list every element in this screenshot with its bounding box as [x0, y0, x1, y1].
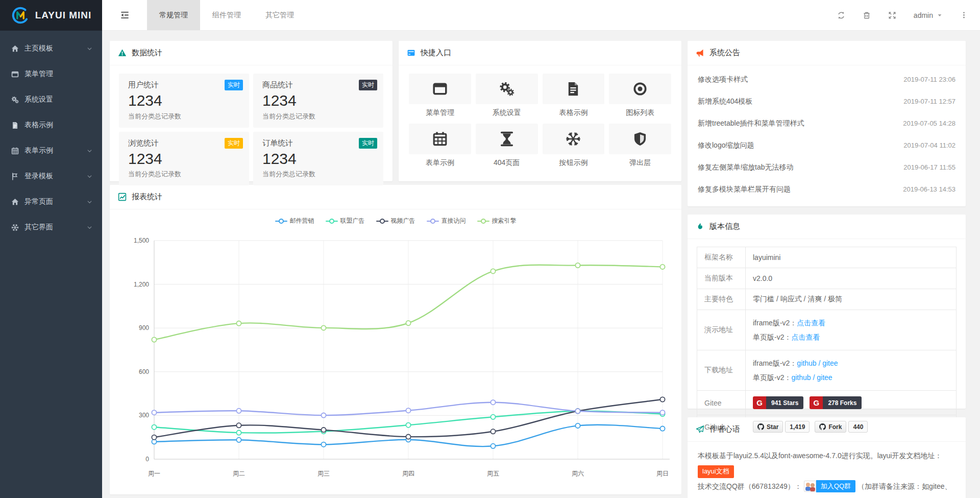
realtime-badge: 实时 [225, 80, 243, 90]
quick-entry-5[interactable]: 404页面 [476, 124, 538, 168]
app-logo[interactable]: LAYUI MINI [0, 0, 102, 31]
link-点击查看[interactable]: 点击查看 [791, 333, 820, 341]
quick-entry-grid: 菜单管理 系统设置 表格示例 图标列表 表单示例 404页面 按钮示例 弹出层 [399, 65, 681, 176]
legend-label: 视频广告 [391, 217, 415, 225]
stat-value: 1234 [262, 92, 374, 110]
chevron-down-icon [86, 148, 93, 154]
version-label: 主要特色 [697, 289, 746, 310]
author-text: 本模板基于layui2.5.4以及font-awesome-4.7.0进行实现。… [688, 442, 966, 498]
sidebar-item-label: 表格示例 [24, 121, 93, 130]
file-icon [10, 122, 19, 129]
svg-text:周日: 周日 [656, 470, 669, 477]
line-chart: 03006009001,2001,500周一周二周三周四周五周六周日 [110, 225, 681, 487]
gears-icon [10, 96, 19, 104]
link-gitee[interactable]: gitee [817, 373, 832, 382]
notice-date: 2019-07-04 11:02 [903, 141, 955, 149]
tab-1[interactable]: 组件管理 [200, 0, 253, 30]
github-action-label: Fork [828, 423, 842, 431]
svg-text:周一: 周一 [148, 470, 160, 477]
home-icon [10, 198, 19, 206]
quick-entry-label: 图标列表 [609, 108, 671, 117]
link-gitee[interactable]: gitee [822, 359, 838, 367]
panel-title: 系统公告 [709, 48, 740, 58]
quick-entry-label: 表格示例 [543, 108, 605, 117]
fullscreen-icon[interactable] [888, 11, 896, 19]
tab-2[interactable]: 其它管理 [253, 0, 306, 30]
notice-item-2[interactable]: 新增treetable插件和菜单管理样式 2019-07-05 14:28 [698, 112, 955, 134]
notice-date: 2019-07-11 23:06 [903, 76, 955, 83]
quick-entry-4[interactable]: 表单示例 [409, 124, 471, 168]
svg-text:周三: 周三 [317, 470, 330, 477]
sidebar-item-label: 系统设置 [24, 95, 93, 104]
link-separator: / [811, 373, 817, 382]
app-root: LAYUI MINI 主页模板 菜单管理 系统设置 表格示例 表单示例 登录模板… [0, 0, 980, 498]
gitee-badge[interactable]: G 941 Stars [753, 396, 803, 409]
notice-text: 修复左侧菜单缩放tab无法移动 [698, 163, 793, 172]
notice-item-4[interactable]: 修复左侧菜单缩放tab无法移动 2019-06-17 11:55 [698, 156, 955, 178]
more-options-icon[interactable] [960, 11, 968, 19]
github-action-label: Star [767, 423, 778, 431]
sidebar-item-4[interactable]: 表单示例 [0, 138, 102, 163]
tab-0[interactable]: 常规管理 [147, 0, 200, 30]
snowflake-icon [543, 124, 605, 154]
legend-label: 直接访问 [442, 217, 466, 225]
panel-title: 快捷入口 [421, 48, 451, 58]
gitee-badge[interactable]: G 278 Forks [810, 396, 862, 409]
sidebar-item-5[interactable]: 登录模板 [0, 163, 102, 189]
svg-text:周四: 周四 [402, 470, 414, 477]
layui-doc-badge[interactable]: layui文档 [698, 465, 734, 478]
quick-entry-3[interactable]: 图标列表 [609, 74, 671, 117]
window-icon [10, 70, 19, 78]
collapse-menu-icon[interactable] [102, 0, 147, 30]
stat-value: 1234 [262, 150, 374, 168]
quick-entry-0[interactable]: 菜单管理 [409, 74, 471, 117]
join-qq-button[interactable]: 加入QQ群 [804, 480, 855, 492]
gitee-logo-icon: G [753, 396, 766, 409]
quick-entry-6[interactable]: 按钮示例 [543, 124, 605, 168]
link-separator: / [817, 359, 823, 367]
svg-text:周六: 周六 [572, 470, 584, 477]
panel-system-notice: 系统公告 修改选项卡样式 2019-07-11 23:06新增系统404模板 2… [688, 41, 966, 206]
notice-item-3[interactable]: 修改logo缩放问题 2019-07-04 11:02 [698, 134, 955, 156]
notice-text: 修改选项卡样式 [698, 75, 748, 84]
version-row-4: 下载地址iframe版-v2：github / gitee单页版-v2：gith… [697, 350, 957, 391]
legend-item-2[interactable]: 视频广告 [376, 217, 415, 225]
sidebar-item-1[interactable]: 菜单管理 [0, 61, 102, 87]
sidebar-item-label: 其它界面 [24, 223, 86, 232]
sidebar-item-3[interactable]: 表格示例 [0, 112, 102, 138]
legend-item-4[interactable]: 搜索引擎 [477, 217, 517, 225]
quick-entry-2[interactable]: 表格示例 [543, 74, 605, 117]
link-github[interactable]: github [791, 373, 811, 382]
github-fork-widget[interactable]: Fork 440 [815, 421, 868, 433]
version-row-0: 框架名称layuimini [697, 247, 957, 268]
notice-item-0[interactable]: 修改选项卡样式 2019-07-11 23:06 [698, 68, 955, 90]
version-line-prefix: 单页版-v2： [753, 333, 791, 341]
link-github[interactable]: github [797, 359, 816, 367]
stat-title: 用户统计 [128, 80, 240, 90]
clear-cache-icon[interactable] [863, 11, 871, 19]
author-line-1: 本模板基于layui2.5.4以及font-awesome-4.7.0进行实现。… [698, 448, 955, 463]
home-icon [10, 45, 19, 53]
quick-entry-label: 按钮示例 [543, 158, 605, 168]
quick-entry-7[interactable]: 弹出层 [609, 124, 671, 168]
legend-item-3[interactable]: 直接访问 [427, 217, 466, 225]
sidebar-item-2[interactable]: 系统设置 [0, 87, 102, 112]
notice-item-1[interactable]: 新增系统404模板 2019-07-11 12:57 [698, 90, 955, 112]
right-column: 系统公告 修改选项卡样式 2019-07-11 23:06新增系统404模板 2… [688, 41, 966, 498]
sidebar-item-6[interactable]: 异常页面 [0, 189, 102, 215]
notice-item-5[interactable]: 修复多模块菜单栏展开有问题 2019-06-13 14:53 [698, 178, 955, 200]
github-count: 440 [848, 421, 868, 433]
quick-entry-label: 菜单管理 [409, 108, 471, 117]
panel-title: 版本信息 [709, 222, 740, 231]
refresh-icon[interactable] [837, 11, 845, 19]
legend-item-0[interactable]: 邮件营销 [275, 217, 314, 225]
sidebar-item-7[interactable]: 其它界面 [0, 215, 102, 240]
sidebar-item-0[interactable]: 主页模板 [0, 36, 102, 61]
chevron-down-icon [86, 199, 93, 205]
quick-entry-1[interactable]: 系统设置 [476, 74, 538, 117]
user-menu[interactable]: admin [914, 11, 943, 19]
legend-item-1[interactable]: 联盟广告 [326, 217, 365, 225]
version-table: 框架名称layuimini当前版本v2.0.0主要特色零门槛 / 响应式 / 清… [697, 247, 957, 439]
github-star-widget[interactable]: Star 1,419 [753, 421, 810, 433]
link-点击查看[interactable]: 点击查看 [797, 319, 825, 327]
